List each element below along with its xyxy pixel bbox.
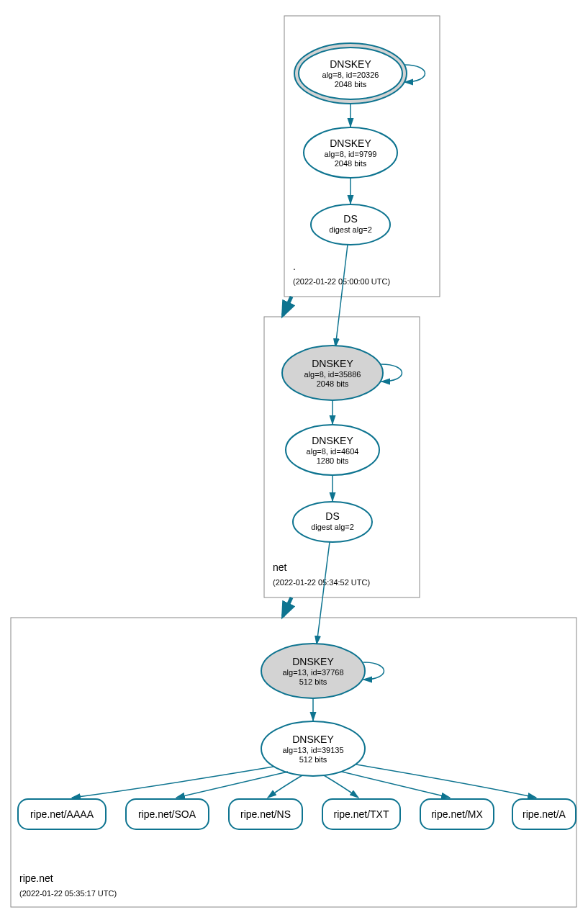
record-a: ripe.net/A: [512, 799, 576, 829]
svg-text:DNSKEY: DNSKEY: [292, 656, 334, 667]
net-ds: DS digest alg=2: [293, 502, 372, 542]
svg-text:DNSKEY: DNSKEY: [330, 137, 371, 149]
svg-text:ripe.net/TXT: ripe.net/TXT: [333, 808, 389, 820]
edge-zsk-soa: [176, 772, 288, 798]
svg-text:2048 bits: 2048 bits: [335, 159, 367, 168]
svg-text:alg=8, id=20326: alg=8, id=20326: [322, 71, 379, 79]
svg-text:alg=8, id=4604: alg=8, id=4604: [307, 447, 359, 456]
zone-root-timestamp: (2022-01-22 05:00:00 UTC): [293, 277, 390, 286]
edge-delegation-net-ripe: [283, 597, 291, 616]
svg-text:digest alg=2: digest alg=2: [311, 523, 354, 531]
svg-text:ripe.net/NS: ripe.net/NS: [240, 808, 291, 820]
record-txt: ripe.net/TXT: [322, 799, 400, 829]
svg-text:ripe.net/AAAA: ripe.net/AAAA: [30, 808, 94, 820]
ripe-ksk-self-loop: [363, 662, 384, 680]
svg-text:DNSKEY: DNSKEY: [330, 58, 371, 70]
root-ksk-self-loop: [404, 65, 425, 82]
edge-net-ds-ripe-ksk: [317, 542, 330, 644]
zone-ripe-timestamp: (2022-01-22 05:35:17 UTC): [19, 889, 117, 898]
root-dnskey-zsk: DNSKEY alg=8, id=9799 2048 bits: [304, 127, 397, 178]
svg-text:512 bits: 512 bits: [299, 677, 327, 686]
edge-root-ds-net-ksk: [335, 245, 348, 347]
svg-text:digest alg=2: digest alg=2: [329, 225, 372, 234]
edge-zsk-mx: [342, 772, 450, 798]
ripe-dnskey-zsk: DNSKEY alg=13, id=39135 512 bits: [261, 721, 365, 776]
root-dnskey-ksk: DNSKEY alg=8, id=20326 2048 bits: [294, 43, 407, 104]
svg-text:DS: DS: [343, 213, 357, 225]
zone-net-timestamp: (2022-01-22 05:34:52 UTC): [273, 578, 370, 587]
net-dnskey-zsk: DNSKEY alg=8, id=4604 1280 bits: [286, 425, 379, 475]
svg-text:DNSKEY: DNSKEY: [292, 734, 334, 745]
edge-zsk-ns: [268, 775, 302, 798]
svg-text:alg=13, id=39135: alg=13, id=39135: [282, 746, 343, 754]
zone-root-label: .: [293, 261, 296, 272]
svg-text:2048 bits: 2048 bits: [317, 379, 349, 388]
zone-net-label: net: [273, 562, 287, 573]
svg-text:alg=8, id=35886: alg=8, id=35886: [304, 370, 361, 379]
svg-text:512 bits: 512 bits: [299, 755, 327, 764]
svg-text:1280 bits: 1280 bits: [317, 456, 349, 465]
record-soa: ripe.net/SOA: [126, 799, 209, 829]
net-dnskey-ksk: DNSKEY alg=8, id=35886 2048 bits: [282, 346, 383, 400]
zone-ripe-label: ripe.net: [19, 872, 53, 884]
record-aaaa: ripe.net/AAAA: [18, 799, 106, 829]
svg-text:2048 bits: 2048 bits: [335, 80, 367, 89]
edge-zsk-txt: [324, 775, 358, 798]
svg-text:alg=8, id=9799: alg=8, id=9799: [325, 150, 377, 158]
svg-text:DNSKEY: DNSKEY: [312, 435, 353, 446]
svg-text:DS: DS: [325, 510, 339, 522]
svg-text:DNSKEY: DNSKEY: [312, 358, 353, 369]
svg-point-11: [311, 204, 390, 245]
svg-text:ripe.net/A: ripe.net/A: [523, 808, 566, 820]
net-ksk-self-loop: [381, 364, 402, 382]
dnssec-diagram: . (2022-01-22 05:00:00 UTC) DNSKEY alg=8…: [0, 0, 588, 920]
root-ds: DS digest alg=2: [311, 204, 390, 245]
svg-point-22: [293, 502, 372, 542]
svg-text:ripe.net/MX: ripe.net/MX: [431, 808, 483, 820]
svg-text:ripe.net/SOA: ripe.net/SOA: [138, 808, 196, 820]
edge-delegation-root-net: [283, 297, 291, 315]
record-mx: ripe.net/MX: [420, 799, 494, 829]
ripe-dnskey-ksk: DNSKEY alg=13, id=37768 512 bits: [261, 644, 365, 698]
record-ns: ripe.net/NS: [229, 799, 302, 829]
svg-text:alg=13, id=37768: alg=13, id=37768: [282, 668, 343, 677]
edge-zsk-a: [356, 765, 536, 798]
